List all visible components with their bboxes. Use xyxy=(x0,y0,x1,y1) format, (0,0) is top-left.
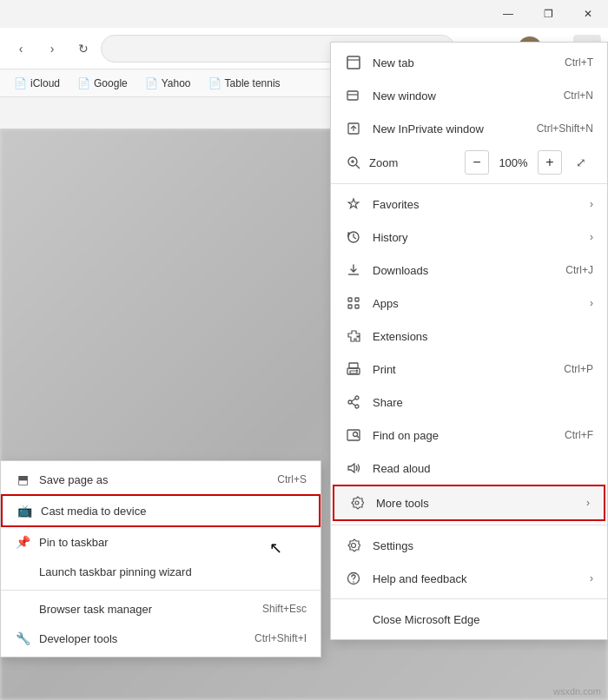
menu-settings[interactable]: Settings xyxy=(331,529,607,562)
menu-new-window[interactable]: New window Ctrl+N xyxy=(331,79,607,112)
bookmark-label: Table tennis xyxy=(225,77,281,89)
bookmark-tabletennis[interactable]: 📄 Table tennis xyxy=(202,76,287,91)
ctx-dev-tools[interactable]: 🔧 Developer tools Ctrl+Shift+I xyxy=(1,624,321,653)
ctx-pin-taskbar[interactable]: 📌 Pin to taskbar xyxy=(1,527,321,557)
close-button[interactable]: ✕ xyxy=(568,0,608,28)
zoom-expand-button[interactable]: ⤢ xyxy=(569,150,593,175)
bookmark-yahoo[interactable]: 📄 Yahoo xyxy=(138,76,198,91)
read-aloud-label: Read aloud xyxy=(373,462,593,475)
zoom-out-button[interactable]: − xyxy=(465,150,489,175)
browser-frame: — ❐ ✕ ‹ › ↻ 🔍 ☆ ♡ 👤 ··· 📄 iCloud 📄 Googl… xyxy=(0,0,608,700)
forward-button[interactable]: › xyxy=(38,35,66,63)
svg-line-23 xyxy=(352,399,355,401)
menu-new-tab[interactable]: New tab Ctrl+T xyxy=(331,46,607,79)
menu-more-tools[interactable]: More tools › xyxy=(333,485,605,521)
back-button[interactable]: ‹ xyxy=(7,35,35,63)
zoom-label: Zoom xyxy=(369,156,458,169)
bookmark-label: iCloud xyxy=(30,77,60,89)
bookmark-icon: 📄 xyxy=(208,77,221,89)
ctx-save-page[interactable]: ⬒ Save page as Ctrl+S xyxy=(1,465,321,494)
ctx-cast-media[interactable]: 📺 Cast media to device xyxy=(1,494,321,527)
share-label: Share xyxy=(373,396,593,409)
bookmark-icon: 📄 xyxy=(145,77,158,89)
minimize-button[interactable]: — xyxy=(488,0,528,28)
favorites-icon xyxy=(345,195,362,213)
svg-point-22 xyxy=(348,400,352,404)
history-icon xyxy=(345,228,362,246)
menu-close-edge[interactable]: Close Microsoft Edge xyxy=(331,603,607,636)
bookmark-icon: 📄 xyxy=(14,77,27,89)
dev-tools-icon: 🔧 xyxy=(15,631,30,646)
new-tab-icon xyxy=(345,54,362,71)
bookmark-label: Google xyxy=(94,77,128,89)
menu-print[interactable]: Print Ctrl+P xyxy=(331,353,607,386)
menu-downloads[interactable]: Downloads Ctrl+J xyxy=(331,254,607,287)
bookmark-icon: 📄 xyxy=(77,77,90,89)
apps-icon xyxy=(345,294,362,312)
apps-arrow: › xyxy=(590,297,593,309)
menu-find[interactable]: Find on page Ctrl+F xyxy=(331,419,607,452)
watermark: wsxdn.com xyxy=(553,686,601,697)
svg-point-26 xyxy=(354,433,358,437)
history-label: History xyxy=(373,231,579,244)
help-icon xyxy=(345,570,362,587)
downloads-icon xyxy=(345,261,362,279)
inprivate-label: New InPrivate window xyxy=(373,122,526,135)
maximize-button[interactable]: ❐ xyxy=(528,0,568,28)
context-menu: ⬒ Save page as Ctrl+S 📺 Cast media to de… xyxy=(0,460,321,657)
help-arrow: › xyxy=(590,572,593,584)
print-shortcut: Ctrl+P xyxy=(564,363,593,375)
menu-extensions[interactable]: Extensions xyxy=(331,320,607,353)
svg-point-28 xyxy=(355,501,359,505)
new-window-icon xyxy=(345,87,362,104)
svg-rect-12 xyxy=(348,298,352,301)
svg-point-31 xyxy=(353,581,354,583)
downloads-shortcut: Ctrl+J xyxy=(565,264,593,276)
svg-point-20 xyxy=(355,396,359,400)
ctx-browser-task[interactable]: Browser task manager Shift+Esc xyxy=(1,594,321,624)
ctx-dev-tools-shortcut: Ctrl+Shift+I xyxy=(254,632,307,644)
menu-share[interactable]: Share xyxy=(331,386,607,419)
ctx-pin-label: Pin to taskbar xyxy=(39,536,109,549)
browser-task-icon xyxy=(15,601,30,617)
bookmark-google[interactable]: 📄 Google xyxy=(70,76,135,91)
history-arrow: › xyxy=(590,231,593,243)
inprivate-shortcut: Ctrl+Shift+N xyxy=(537,122,593,135)
menu-history[interactable]: History › xyxy=(331,221,607,254)
svg-line-24 xyxy=(352,403,355,406)
menu-read-aloud[interactable]: Read aloud xyxy=(331,452,607,485)
wizard-icon xyxy=(15,564,30,579)
zoom-in-button[interactable]: + xyxy=(538,150,562,175)
close-edge-icon xyxy=(345,611,362,628)
svg-point-21 xyxy=(355,405,359,408)
bookmark-label: Yahoo xyxy=(162,77,191,89)
svg-point-19 xyxy=(356,370,358,372)
print-icon xyxy=(345,360,362,378)
new-tab-label: New tab xyxy=(373,56,554,69)
main-menu: New tab Ctrl+T New window Ctrl+N New InP… xyxy=(330,42,608,640)
print-label: Print xyxy=(373,363,553,376)
share-icon xyxy=(345,393,362,411)
menu-apps[interactable]: Apps › xyxy=(331,287,607,320)
menu-inprivate[interactable]: New InPrivate window Ctrl+Shift+N xyxy=(331,112,607,145)
svg-rect-0 xyxy=(347,56,360,69)
bookmark-icloud[interactable]: 📄 iCloud xyxy=(7,76,67,91)
cast-icon: 📺 xyxy=(17,503,32,518)
find-shortcut: Ctrl+F xyxy=(565,429,593,441)
settings-label: Settings xyxy=(373,539,593,552)
read-aloud-icon xyxy=(345,459,362,477)
ctx-save-label: Save page as xyxy=(39,473,109,486)
find-icon xyxy=(345,426,362,444)
svg-rect-14 xyxy=(348,305,352,308)
more-tools-label: More tools xyxy=(376,497,576,510)
new-window-shortcut: Ctrl+N xyxy=(564,89,593,102)
favorites-arrow: › xyxy=(590,198,593,210)
refresh-button[interactable]: ↻ xyxy=(69,35,97,63)
menu-sep-2 xyxy=(331,598,607,599)
ctx-launch-wizard[interactable]: Launch taskbar pinning wizard xyxy=(1,557,321,586)
svg-rect-15 xyxy=(355,305,359,308)
new-tab-shortcut: Ctrl+T xyxy=(565,56,593,69)
menu-help[interactable]: Help and feedback › xyxy=(331,562,607,595)
ctx-browser-task-shortcut: Shift+Esc xyxy=(262,603,307,615)
menu-favorites[interactable]: Favorites › xyxy=(331,188,607,221)
